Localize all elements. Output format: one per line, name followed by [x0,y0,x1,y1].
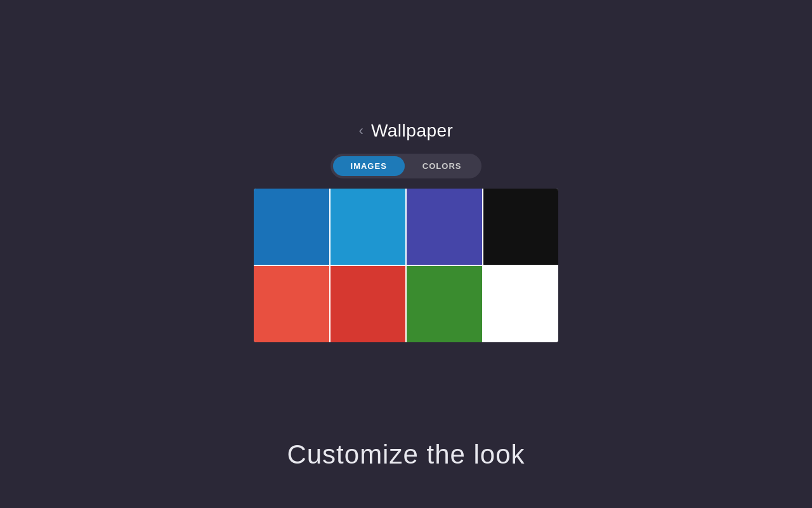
color-grid [254,189,558,342]
color-cell-white[interactable] [483,266,559,342]
color-cell-green[interactable] [407,266,482,342]
tab-bar: IMAGES COLORS [331,154,482,178]
color-cell-crimson[interactable] [331,266,406,342]
tab-colors[interactable]: COLORS [405,156,480,176]
page-title: Wallpaper [371,121,454,141]
color-cell-coral-red[interactable] [254,266,329,342]
tab-images[interactable]: IMAGES [333,156,405,176]
color-cell-black[interactable] [483,189,559,265]
bottom-tagline: Customize the look [287,439,525,470]
back-chevron-icon[interactable]: ‹ [359,124,363,138]
color-cell-steel-blue[interactable] [254,189,329,265]
color-cell-indigo[interactable] [407,189,482,265]
main-container: ‹ Wallpaper IMAGES COLORS [254,121,558,342]
color-cell-sky-blue[interactable] [331,189,406,265]
color-grid-wrapper [254,189,558,342]
header-row: ‹ Wallpaper [359,121,454,141]
